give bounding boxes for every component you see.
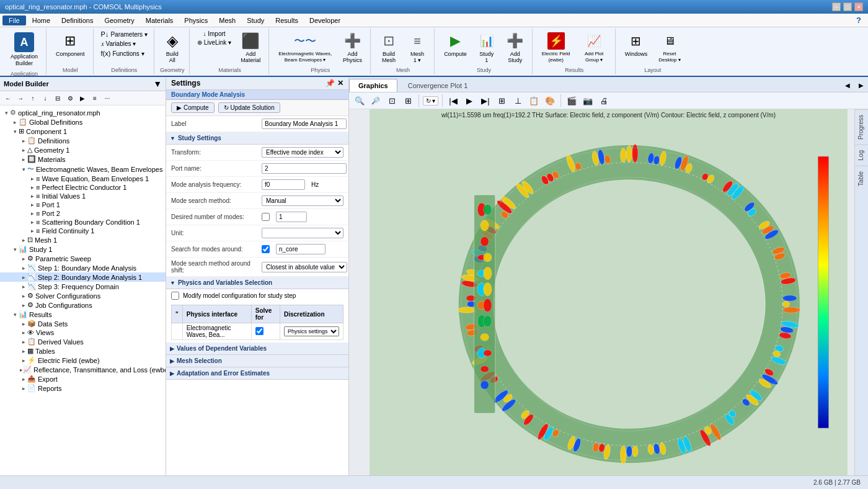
tree-expand-reports[interactable]: ▸ bbox=[20, 385, 27, 392]
livelink-button[interactable]: ⊕ LiveLink ▾ bbox=[195, 38, 234, 47]
tree-item-global_defs[interactable]: ▸📋Global Definitions bbox=[0, 117, 166, 127]
tree-expand-defs[interactable]: ▸ bbox=[20, 137, 27, 145]
dep-vars-section[interactable]: ▶ Values of Dependent Variables bbox=[166, 343, 348, 355]
phys-disc-select[interactable]: Physics settings bbox=[284, 326, 339, 336]
progress-tab[interactable]: Progress bbox=[855, 109, 868, 145]
tree-item-port1[interactable]: ▸≡Port 1 bbox=[0, 200, 166, 209]
tree-expand-port2[interactable]: ▸ bbox=[29, 210, 36, 217]
tree-expand-study1[interactable]: ▾ bbox=[11, 246, 19, 253]
tree-expand-derived[interactable]: ▸ bbox=[20, 338, 27, 346]
prev-frame-btn[interactable]: |◀ bbox=[446, 94, 460, 107]
tree-item-defs[interactable]: ▸📋Definitions bbox=[0, 136, 166, 145]
port-name-input[interactable] bbox=[262, 163, 347, 174]
menu-file[interactable]: File bbox=[2, 16, 26, 25]
tree-expand-init1[interactable]: ▸ bbox=[29, 192, 36, 200]
compute-ribbon-button[interactable]: ▶ Compute bbox=[440, 30, 471, 60]
em-waves-button[interactable]: 〜〜 Electromagnetic Waves,Beam Envelopes … bbox=[274, 30, 336, 65]
close-button[interactable]: ✕ bbox=[854, 2, 863, 11]
tree-expand-export[interactable]: ▸ bbox=[20, 375, 27, 383]
tree-item-results[interactable]: ▾📊Results bbox=[0, 310, 166, 319]
add-plot-group-button[interactable]: 📈 Add PlotGroup ▾ bbox=[577, 30, 611, 65]
zoom-fit-btn[interactable]: ⊡ bbox=[385, 94, 399, 107]
add-study-ribbon-button[interactable]: ➕ AddStudy bbox=[502, 30, 528, 66]
graphics-scroll-left[interactable]: ◀ bbox=[842, 79, 853, 91]
tree-item-step1[interactable]: ▸📉Step 1: Boundary Mode Analysis bbox=[0, 263, 166, 272]
tree-expand-ef[interactable]: ▸ bbox=[20, 357, 27, 364]
variables-button[interactable]: 𝑥 Variables ▾ bbox=[99, 39, 150, 48]
adaptation-section[interactable]: ▶ Adaptation and Error Estimates bbox=[166, 367, 348, 380]
mb-up-btn[interactable]: ↑ bbox=[27, 92, 38, 104]
tree-expand-step3[interactable]: ▸ bbox=[20, 283, 27, 290]
minimize-button[interactable]: ─ bbox=[832, 2, 841, 11]
zoom-selection-btn[interactable]: ⊞ bbox=[401, 94, 415, 107]
tree-item-ef[interactable]: ▸⚡Electric Field (ewbe) bbox=[0, 356, 166, 365]
mb-dots-btn[interactable]: ··· bbox=[102, 92, 113, 104]
mb-settings-btn[interactable]: ⚙ bbox=[64, 92, 76, 104]
component-button[interactable]: ⊞ Component bbox=[51, 30, 89, 60]
tree-expand-pec1[interactable]: ▸ bbox=[29, 184, 36, 191]
mode-search-select[interactable]: Manual bbox=[262, 195, 343, 206]
axes-btn[interactable]: ⊥ bbox=[511, 94, 525, 107]
tree-expand-comp1[interactable]: ▾ bbox=[11, 128, 19, 135]
maximize-button[interactable]: □ bbox=[843, 2, 852, 11]
mb-more-btn[interactable]: ▶ bbox=[77, 92, 88, 104]
transform-select[interactable]: Effective mode index bbox=[262, 147, 343, 158]
parameters-button[interactable]: P↓ Parameters ▾ bbox=[99, 30, 150, 38]
print-btn[interactable]: 🖨 bbox=[597, 94, 611, 107]
search-around-input[interactable] bbox=[276, 244, 326, 254]
mb-back-btn[interactable]: ← bbox=[2, 92, 14, 104]
ef-ribbon-button[interactable]: ⚡ Electric Field(ewbe) bbox=[538, 30, 575, 65]
camera-btn[interactable]: 📷 bbox=[581, 94, 595, 107]
update-solution-button[interactable]: ↻ Update Solution bbox=[218, 102, 280, 113]
search-around-checkbox[interactable] bbox=[262, 245, 270, 253]
tree-expand-port1[interactable]: ▸ bbox=[29, 201, 36, 209]
modify-config-checkbox[interactable] bbox=[171, 292, 179, 300]
tree-item-comp1[interactable]: ▾⊞Component 1 bbox=[0, 127, 166, 136]
phys-cell-disc[interactable]: Physics settings bbox=[280, 323, 343, 340]
study-settings-section[interactable]: ▼ Study Settings bbox=[166, 132, 348, 145]
tree-expand-fc1[interactable]: ▸ bbox=[29, 227, 36, 235]
tree-expand-step2[interactable]: ▸ bbox=[20, 274, 27, 281]
menu-developer[interactable]: Developer bbox=[304, 16, 345, 25]
tree-item-job_configs[interactable]: ▸⚙Job Configurations bbox=[0, 300, 166, 310]
mb-split-btn[interactable]: ⊟ bbox=[52, 92, 63, 104]
tree-item-init1[interactable]: ▸≡Initial Values 1 bbox=[0, 192, 166, 200]
tree-item-pec1[interactable]: ▸≡Perfect Electric Conductor 1 bbox=[0, 183, 166, 192]
tree-expand-mesh1[interactable]: ▸ bbox=[20, 236, 27, 244]
menu-definitions[interactable]: Definitions bbox=[56, 16, 98, 25]
tree-item-rtl[interactable]: ▸📈Reflectance, Transmittance, and Loss (… bbox=[0, 365, 166, 374]
play-btn[interactable]: ▶ bbox=[463, 94, 476, 107]
tree-item-param_sweep[interactable]: ▸⚙Parametric Sweep bbox=[0, 254, 166, 263]
mode-shift-select[interactable]: Closest in absolute value bbox=[262, 262, 347, 272]
log-tab[interactable]: Log bbox=[855, 145, 868, 166]
menu-mesh[interactable]: Mesh bbox=[214, 16, 241, 25]
compute-button[interactable]: ▶ Compute bbox=[171, 102, 215, 113]
tab-convergence[interactable]: Convergence Plot 1 bbox=[399, 79, 477, 92]
tree-expand-solver_configs[interactable]: ▸ bbox=[20, 292, 27, 300]
reset-desktop-button[interactable]: 🖥 ResetDesktop ▾ bbox=[654, 30, 685, 65]
menu-home[interactable]: Home bbox=[27, 16, 55, 25]
add-physics-button[interactable]: ➕ AddPhysics bbox=[339, 30, 366, 66]
legend-btn[interactable]: 📋 bbox=[527, 94, 541, 107]
build-all-button[interactable]: ◈ BuildAll bbox=[159, 30, 185, 66]
tree-expand-results[interactable]: ▾ bbox=[11, 311, 19, 318]
unit-select[interactable] bbox=[262, 228, 343, 238]
phys-cell-solve[interactable] bbox=[251, 323, 280, 340]
mesh1-button[interactable]: ≡ Mesh1 ▾ bbox=[404, 30, 430, 66]
add-material-button[interactable]: ⬛ AddMaterial bbox=[236, 30, 265, 66]
physics-vars-section[interactable]: ▼ Physics and Variables Selection bbox=[166, 277, 348, 289]
menu-results[interactable]: Results bbox=[270, 16, 303, 25]
tree-item-views[interactable]: ▸👁Views bbox=[0, 328, 166, 337]
scene-btn[interactable]: 🎬 bbox=[565, 94, 578, 107]
tab-graphics[interactable]: Graphics bbox=[349, 79, 397, 92]
build-mesh-button[interactable]: ⊡ BuildMesh bbox=[376, 30, 402, 66]
import-button[interactable]: ↓ Import bbox=[200, 30, 228, 38]
tree-item-study1[interactable]: ▾📊Study 1 bbox=[0, 244, 166, 254]
tree-expand-sbc1[interactable]: ▸ bbox=[29, 218, 36, 226]
tree-item-sbc1[interactable]: ▸≡Scattering Boundary Condition 1 bbox=[0, 218, 166, 227]
desired-modes-input[interactable] bbox=[276, 212, 307, 222]
model-builder-collapse[interactable]: ▼ bbox=[153, 79, 162, 89]
menu-physics[interactable]: Physics bbox=[179, 16, 213, 25]
tree-expand-job_configs[interactable]: ▸ bbox=[20, 302, 27, 309]
tree-item-ewbe[interactable]: ▾〜Electromagnetic Waves, Beam Envelopes bbox=[0, 164, 166, 174]
